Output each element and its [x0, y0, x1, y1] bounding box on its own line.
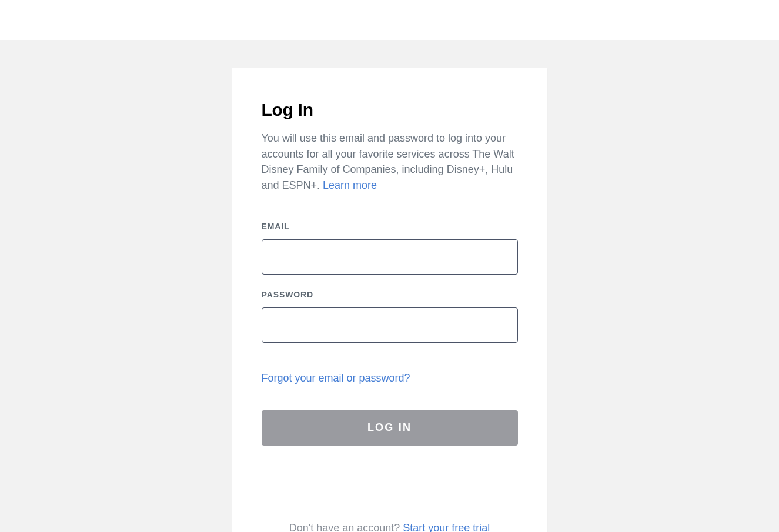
- forgot-link[interactable]: Forgot your email or password?: [262, 372, 410, 384]
- password-input[interactable]: [262, 307, 518, 343]
- email-field-group: EMAIL: [262, 222, 518, 275]
- password-label: PASSWORD: [262, 290, 518, 299]
- page-body: Log In You will use this email and passw…: [0, 40, 779, 532]
- page-title: Log In: [262, 100, 518, 120]
- email-input[interactable]: [262, 239, 518, 275]
- forgot-container: Forgot your email or password?: [262, 372, 518, 384]
- email-label: EMAIL: [262, 222, 518, 231]
- login-description: You will use this email and password to …: [262, 131, 518, 193]
- login-button[interactable]: LOG IN: [262, 410, 518, 446]
- description-text: You will use this email and password to …: [262, 132, 514, 191]
- login-card: Log In You will use this email and passw…: [232, 68, 547, 532]
- start-trial-link[interactable]: Start your free trial: [403, 522, 490, 533]
- password-field-group: PASSWORD: [262, 290, 518, 343]
- signup-footer: Don't have an account? Start your free t…: [262, 522, 518, 533]
- footer-prompt: Don't have an account?: [289, 522, 403, 533]
- learn-more-link[interactable]: Learn more: [323, 179, 377, 191]
- top-bar: [0, 0, 779, 40]
